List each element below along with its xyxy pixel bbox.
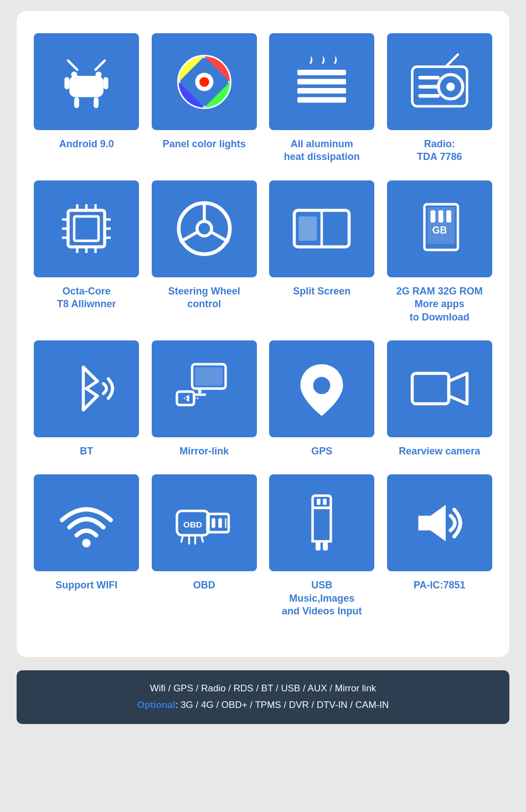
svg-rect-65 [218,518,222,528]
feature-label-wifi: Support WIFI [55,579,117,592]
feature-icon-box-heat [269,33,374,130]
svg-point-62 [82,539,91,547]
feature-label-steering: Steering Wheel control [168,285,240,311]
svg-rect-73 [313,495,331,508]
feature-icon-box-split-screen [269,180,374,277]
svg-rect-2 [69,76,104,97]
svg-line-8 [96,60,105,70]
feature-item-radio: Radio: TDA 7786 [386,33,493,164]
svg-rect-15 [297,97,346,102]
features-grid: Android 9.0 Panel color lights All alumi… [33,33,493,618]
svg-marker-61 [448,374,467,404]
svg-rect-50 [446,210,451,223]
svg-rect-78 [323,541,328,551]
feature-item-panel-color: Panel color lights [151,33,258,164]
svg-rect-76 [313,508,331,541]
feature-icon-box-bt [34,340,139,437]
svg-line-40 [180,232,197,242]
feature-icon-box-ram-rom: GB [387,180,492,277]
feature-label-split-screen: Split Screen [293,285,350,298]
svg-point-18 [446,82,455,91]
svg-rect-3 [74,97,79,108]
svg-point-38 [197,221,212,236]
svg-point-57 [185,397,187,400]
svg-rect-20 [418,85,440,89]
feature-item-octa-core: Octa-Core T8 Alliwnner [33,180,140,324]
svg-line-7 [68,60,78,70]
feature-icon-box-panel-color [152,33,257,130]
svg-rect-21 [418,94,440,98]
svg-rect-48 [430,210,435,223]
feature-item-wifi: Support WIFI [33,474,140,618]
svg-line-22 [446,54,458,66]
svg-point-11 [199,77,209,87]
feature-item-ram-rom: GB 2G RAM 32G ROM More apps to Download [386,180,493,324]
feature-label-gps: GPS [311,445,332,458]
svg-rect-52 [195,368,223,386]
feature-label-ram-rom: 2G RAM 32G ROM More apps to Download [396,285,483,324]
svg-rect-74 [317,499,321,505]
svg-line-41 [212,232,229,242]
feature-item-obd: OBD OBD [151,474,258,618]
svg-text:GB: GB [432,225,447,236]
feature-label-rearview: Rearview camera [399,445,480,458]
feature-item-bt: BT [33,340,140,458]
feature-icon-box-mirror-link [152,340,257,437]
feature-label-bt: BT [80,445,93,458]
svg-rect-6 [104,77,109,89]
feature-icon-box-wifi [34,474,139,571]
feature-item-gps: GPS [269,340,375,458]
feature-item-steering: Steering Wheel control [151,180,258,324]
svg-marker-79 [418,505,446,541]
svg-rect-14 [297,88,346,94]
feature-item-rearview: Rearview camera [386,340,493,458]
feature-item-android: Android 9.0 [33,33,140,164]
feature-icon-box-rearview [387,340,492,437]
svg-rect-19 [418,76,440,80]
feature-icon-box-steering [152,180,257,277]
feature-label-obd: OBD [193,579,215,592]
feature-icon-box-gps [269,340,374,437]
svg-rect-64 [212,518,215,528]
feature-item-pa: PA-IC:7851 [386,474,493,618]
feature-icon-box-obd: OBD [152,474,257,571]
svg-rect-49 [439,210,444,223]
svg-rect-75 [323,499,327,505]
main-card: Android 9.0 Panel color lights All alumi… [17,11,509,657]
feature-label-pa: PA-IC:7851 [414,579,466,592]
optional-label: Optional [137,700,176,710]
svg-rect-4 [94,97,99,108]
footer-line2: Optional: 3G / 4G / OBD+ / TPMS / DVR / … [33,697,493,714]
feature-icon-box-pa [387,474,492,571]
feature-label-octa-core: Octa-Core T8 Alliwnner [57,285,116,311]
svg-rect-60 [412,374,448,404]
svg-rect-54 [193,394,206,396]
feature-label-heat: All aluminum heat dissipation [284,138,360,164]
feature-item-heat: All aluminum heat dissipation [269,33,375,164]
feature-icon-box-octa-core [34,180,139,277]
svg-text:OBD: OBD [183,520,202,529]
feature-item-split-screen: Split Screen [269,180,375,324]
svg-rect-53 [198,389,202,394]
svg-rect-66 [225,518,226,528]
feature-label-panel-color: Panel color lights [163,138,246,151]
svg-rect-5 [65,77,70,89]
footer-line2-text: : 3G / 4G / OBD+ / TPMS / DVR / DTV-IN /… [176,700,389,710]
feature-label-usb: USB Music,Images and Videos Input [282,579,362,618]
svg-rect-13 [297,79,346,84]
footer-bar: Wifi / GPS / Radio / RDS / BT / USB / AU… [17,670,509,724]
feature-item-usb: USB Music,Images and Videos Input [269,474,375,618]
feature-label-radio: Radio: TDA 7786 [417,138,462,164]
feature-label-mirror-link: Mirror-link [179,445,229,458]
svg-rect-24 [74,216,99,241]
footer-line1: Wifi / GPS / Radio / RDS / BT / USB / AU… [33,680,493,697]
feature-icon-box-android [34,33,139,130]
svg-rect-77 [316,541,321,551]
svg-rect-44 [298,216,317,241]
feature-label-android: Android 9.0 [59,138,114,151]
feature-icon-box-radio [387,33,492,130]
feature-icon-box-usb [269,474,374,571]
feature-item-mirror-link: Mirror-link [151,340,258,458]
svg-rect-12 [297,70,346,75]
svg-point-59 [313,377,331,395]
